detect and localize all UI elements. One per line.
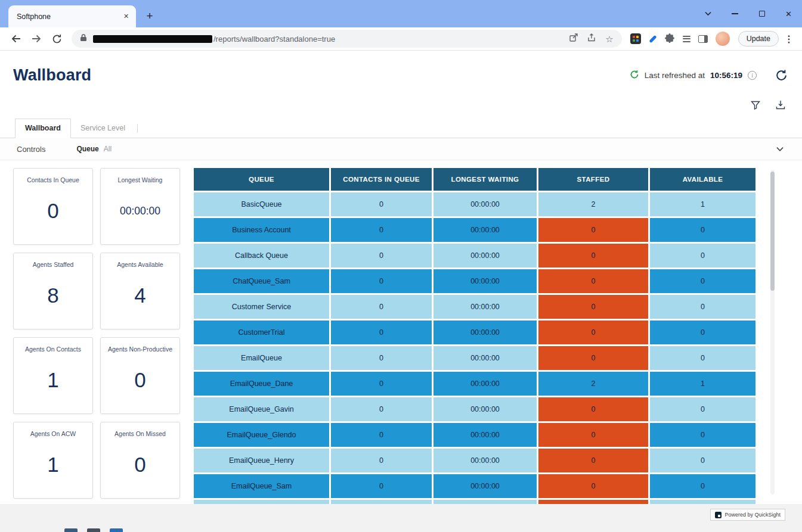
controls-bar: Controls Queue All [0,138,802,160]
page-footer: Powered by QuickSight [0,504,802,532]
kpi-label: Agents On ACW [30,430,76,437]
cell-longest-waiting: 00:00:00 [433,346,537,370]
queue-table-container[interactable]: QUEUE CONTACTS IN QUEUE LONGEST WAITING … [194,168,755,504]
cell-available: 0 [650,474,755,498]
cell-longest-waiting: 00:00:00 [433,295,537,319]
cell-staffed: 0 [538,500,648,504]
browser-tab-softphone[interactable]: Softphone ✕ [8,5,136,27]
kpi-card: Agents Available 4 [100,253,180,329]
sheet-tabs: Wallboard Service Level [0,119,802,138]
address-bar[interactable]: /reports/wallboard?standalone=true ☆ [72,30,622,48]
cell-available: 0 [650,397,755,421]
kpi-value: 1 [47,453,58,477]
cell-staffed: 0 [538,321,648,344]
tab-search-chevron-icon[interactable] [695,0,722,27]
browser-navbar: /reports/wallboard?standalone=true ☆ Upd… [0,27,802,51]
playlist-extension-icon[interactable] [683,36,690,42]
cell-staffed: 0 [538,295,648,319]
blue-tool-extension-icon[interactable] [649,38,657,41]
cell-contacts-in-queue: 0 [331,500,432,504]
forward-button[interactable] [27,30,45,48]
queue-filter-value[interactable]: All [104,145,112,153]
kpi-card: Longest Waiting 00:00:00 [100,168,180,245]
browser-menu-kebab-icon[interactable]: ⋮ [784,33,794,45]
dashboard-content: Contacts In Queue 0 Longest Waiting 00:0… [0,160,802,504]
window-minimize-button[interactable] [722,0,748,27]
kpi-value: 0 [47,199,58,223]
cell-contacts-in-queue: 0 [331,397,432,421]
header-longest-waiting: LONGEST WAITING [433,168,537,191]
refresh-cluster: Last refreshed at 10:56:19 i [630,69,788,82]
kpi-card: Agents Non-Productive 0 [100,337,180,414]
header-contacts-in-queue: CONTACTS IN QUEUE [331,168,432,191]
taskbar-sliver [0,528,802,532]
cell-longest-waiting: 00:00:00 [433,269,537,293]
cell-staffed: 2 [538,372,648,396]
cell-available: 0 [650,218,755,242]
kpi-card: Agents Staffed 8 [13,253,93,329]
cell-staffed: 0 [538,269,648,293]
cell-queue: EmailQueue_Henry [194,449,329,472]
reload-button[interactable] [48,30,66,48]
export-download-icon[interactable] [776,100,785,112]
extensions-puzzle-icon[interactable] [665,33,675,45]
side-panel-icon[interactable] [698,35,708,43]
cell-queue [194,500,329,504]
cell-available: 0 [650,423,755,447]
share-icon[interactable] [587,33,596,44]
new-tab-button[interactable]: + [141,7,159,25]
cell-queue: ChatQueue_Sam [194,269,329,293]
profile-avatar[interactable] [716,32,730,46]
cell-staffed: 0 [538,423,648,447]
cell-longest-waiting: 00:00:00 [433,423,537,447]
table-scrollbar[interactable] [770,170,775,494]
quicksight-badge-label: Powered by QuickSight [724,512,781,518]
cell-queue: Business Account [194,218,329,242]
media-grid-extension-icon[interactable] [630,33,641,44]
cell-staffed: 0 [538,244,648,267]
page-title: Wallboard [13,66,91,85]
back-button[interactable] [7,30,25,48]
bookmark-star-icon[interactable]: ☆ [605,35,613,43]
cell-contacts-in-queue: 0 [331,474,432,498]
cell-contacts-in-queue: 0 [331,218,432,242]
url-redaction-bar [93,35,212,43]
cell-longest-waiting: 00:00:00 [433,474,537,498]
kpi-card: Agents On ACW 1 [13,422,93,499]
cell-contacts-in-queue: 0 [331,295,432,319]
cell-available: 1 [650,372,755,396]
cell-available: 0 [650,269,755,293]
refresh-button[interactable] [775,69,788,82]
update-button[interactable]: Update [738,31,779,46]
cell-queue: Customer Service [194,295,329,319]
taskbar-icon-sliver [64,528,78,532]
cell-longest-waiting: 00:00:00 [433,218,537,242]
quicksight-logo-icon [715,512,722,518]
cell-available: 0 [650,244,755,267]
open-in-window-icon[interactable] [569,33,578,44]
queue-table: QUEUE CONTACTS IN QUEUE LONGEST WAITING … [194,168,755,504]
taskbar-icon-sliver [87,528,100,532]
cell-available: 0 [650,321,755,344]
cell-staffed: 2 [538,192,648,216]
info-icon[interactable]: i [748,71,757,80]
cell-contacts-in-queue: 0 [331,269,432,293]
tab-wallboard[interactable]: Wallboard [15,119,71,138]
cell-staffed: 0 [538,474,648,498]
tab-close-icon[interactable]: ✕ [121,11,131,21]
filter-icon[interactable] [751,101,760,112]
cell-longest-waiting: 00:00:00 [433,500,537,504]
cell-longest-waiting: 00:00:00 [433,449,537,472]
tab-title: Softphone [17,13,121,21]
browser-tab-strip: Softphone ✕ + ✕ [0,0,802,27]
dashboard-toolbar [0,95,802,119]
page-header: Wallboard Last refreshed at 10:56:19 i [0,51,802,95]
tab-service-level[interactable]: Service Level [71,119,135,138]
cell-longest-waiting: 00:00:00 [433,321,537,344]
cell-longest-waiting: 00:00:00 [433,397,537,421]
table-scrollbar-thumb[interactable] [770,172,775,291]
window-close-button[interactable]: ✕ [775,0,802,27]
window-maximize-button[interactable] [748,0,775,27]
cell-longest-waiting: 00:00:00 [433,192,537,216]
controls-collapse-chevron-icon[interactable] [773,144,786,154]
